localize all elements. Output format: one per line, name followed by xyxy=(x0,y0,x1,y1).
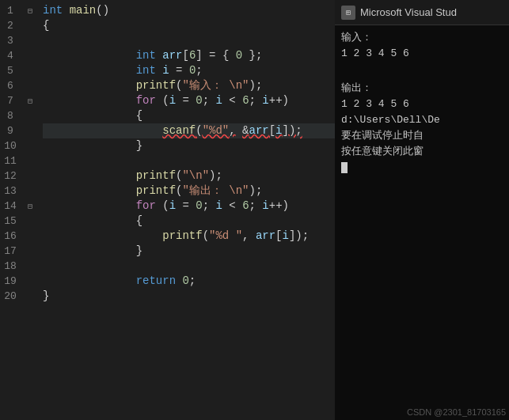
code-editor: 1 2 3 4 5 6 7 8 9 10 11 12 13 14 15 16 1… xyxy=(0,0,356,420)
ln-4: 4 xyxy=(7,48,17,63)
fold-indicators: ⊟ ⊟ ⊟ xyxy=(24,0,36,420)
fn-main: main xyxy=(70,3,97,18)
fold-13 xyxy=(24,184,36,199)
fold-7[interactable]: ⊟ xyxy=(24,93,36,108)
fold-10 xyxy=(24,138,36,153)
console-stop-msg: 要在调试停止时自 xyxy=(341,128,503,144)
console-cursor-line xyxy=(341,160,503,176)
ln-9: 9 xyxy=(7,123,17,138)
ln-18: 18 xyxy=(4,259,20,274)
fold-19 xyxy=(24,274,36,289)
ln-16: 16 xyxy=(4,229,20,244)
ln-10: 10 xyxy=(4,138,20,153)
console-body: 输入： 1 2 3 4 5 6 输出： 1 2 3 4 5 6 d:\Users… xyxy=(335,25,509,420)
ln-13: 13 xyxy=(4,184,20,199)
code-line-10: } xyxy=(43,138,355,153)
console-input-values: 1 2 3 4 5 6 xyxy=(341,46,503,62)
console-close-msg: 按任意键关闭此窗 xyxy=(341,144,503,160)
ln-11: 11 xyxy=(4,153,20,168)
ln-1: 1 xyxy=(7,3,17,18)
fold-5 xyxy=(24,63,36,78)
fold-9 xyxy=(24,123,36,138)
fold-15 xyxy=(24,214,36,229)
fold-1[interactable]: ⊟ xyxy=(24,3,36,18)
ln-15: 15 xyxy=(4,214,20,229)
console-output-label: 输出： xyxy=(341,81,503,96)
code-line-2: { xyxy=(43,18,355,33)
console-output-block: 输出： 1 2 3 4 5 6 d:\Users\Dell\De 要在调试停止时… xyxy=(341,81,503,176)
ln-17: 17 xyxy=(4,244,20,259)
code-line-17: } xyxy=(43,244,355,259)
ln-7: 7 xyxy=(7,93,17,108)
fold-12 xyxy=(24,168,36,184)
code-content: int main() { int arr[6] = { 0 }; int i =… xyxy=(36,0,355,420)
ln-12: 12 xyxy=(4,168,20,184)
console-app-icon: ⊞ xyxy=(341,6,355,20)
watermark: CSDN @2301_81703165 xyxy=(407,407,506,417)
fold-17 xyxy=(24,244,36,259)
ln-6: 6 xyxy=(7,78,17,93)
console-panel: ⊞ Microsoft Visual Stud 输入： 1 2 3 4 5 6 … xyxy=(335,0,509,420)
ln-20: 20 xyxy=(4,289,20,304)
ln-14: 14 xyxy=(4,199,20,214)
ln-8: 8 xyxy=(7,108,17,123)
fold-2 xyxy=(24,18,36,33)
ln-3: 3 xyxy=(7,33,17,48)
console-path: d:\Users\Dell\De xyxy=(341,112,503,128)
console-blank-1 xyxy=(341,65,503,81)
main-container: 1 2 3 4 5 6 7 8 9 10 11 12 13 14 15 16 1… xyxy=(0,0,509,420)
fold-18 xyxy=(24,259,36,274)
fold-8 xyxy=(24,108,36,123)
fold-16 xyxy=(24,229,36,244)
fold-4 xyxy=(24,48,36,63)
code-line-19: return 0; xyxy=(43,274,355,289)
kw-int: int xyxy=(43,3,63,18)
fold-11 xyxy=(24,153,36,168)
console-output-values: 1 2 3 4 5 6 xyxy=(341,96,503,112)
ln-5: 5 xyxy=(7,63,17,78)
ln-19: 19 xyxy=(4,274,20,289)
console-input-block: 输入： 1 2 3 4 5 6 xyxy=(341,30,503,62)
console-cursor xyxy=(341,162,348,173)
fold-3 xyxy=(24,33,36,48)
ln-2: 2 xyxy=(7,18,17,33)
console-title-text: Microsoft Visual Stud xyxy=(360,6,457,18)
fold-6 xyxy=(24,78,36,93)
code-line-1: int main() xyxy=(43,3,355,18)
fold-20 xyxy=(24,289,36,304)
fold-14[interactable]: ⊟ xyxy=(24,199,36,214)
console-titlebar: ⊞ Microsoft Visual Stud xyxy=(335,0,509,25)
console-input-label: 输入： xyxy=(341,30,503,46)
line-gutter: 1 2 3 4 5 6 7 8 9 10 11 12 13 14 15 16 1… xyxy=(0,0,24,420)
